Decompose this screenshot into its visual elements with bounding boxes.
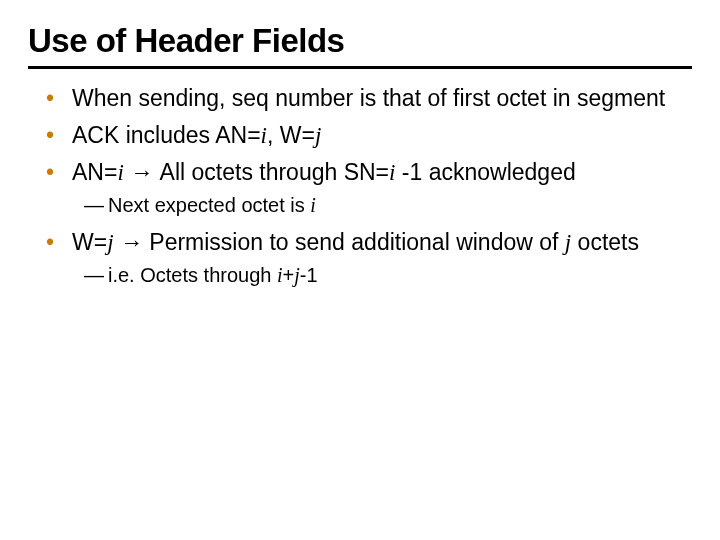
sub-bullet-text: Next expected octet is bbox=[108, 194, 310, 216]
bullet-text: When sending, seq number is that of firs… bbox=[72, 85, 665, 111]
bullet-text: Permission to send additional window of bbox=[149, 229, 565, 255]
bullet-item: ACK includes AN=i, W=j bbox=[46, 120, 692, 151]
math-var: i bbox=[310, 194, 316, 216]
bullet-item: When sending, seq number is that of firs… bbox=[46, 83, 692, 114]
bullet-text: octets bbox=[571, 229, 639, 255]
sub-bullet-item: Next expected octet is i bbox=[84, 192, 692, 219]
arrow-icon: → bbox=[114, 229, 150, 255]
bullet-text: W= bbox=[72, 229, 107, 255]
sub-bullet-text: -1 bbox=[300, 264, 318, 286]
sub-bullet-text: i.e. Octets through bbox=[108, 264, 277, 286]
bullet-text: ACK includes AN= bbox=[72, 122, 261, 148]
bullet-text: AN= bbox=[72, 159, 117, 185]
arrow-icon: → bbox=[124, 159, 160, 185]
slide: Use of Header Fields When sending, seq n… bbox=[0, 0, 720, 540]
sub-bullet-list: i.e. Octets through i+j-1 bbox=[72, 262, 692, 289]
bullet-item: W=j → Permission to send additional wind… bbox=[46, 227, 692, 289]
bullet-item: AN=i → All octets through SN=i -1 acknow… bbox=[46, 157, 692, 219]
sub-bullet-list: Next expected octet is i bbox=[72, 192, 692, 219]
sub-bullet-text: + bbox=[283, 264, 295, 286]
math-var: j bbox=[315, 123, 321, 148]
sub-bullet-item: i.e. Octets through i+j-1 bbox=[84, 262, 692, 289]
slide-title: Use of Header Fields bbox=[28, 22, 692, 69]
bullet-text: All octets through SN= bbox=[160, 159, 389, 185]
bullet-text: , W= bbox=[267, 122, 315, 148]
bullet-text: -1 acknowledged bbox=[395, 159, 575, 185]
bullet-list: When sending, seq number is that of firs… bbox=[28, 83, 692, 289]
